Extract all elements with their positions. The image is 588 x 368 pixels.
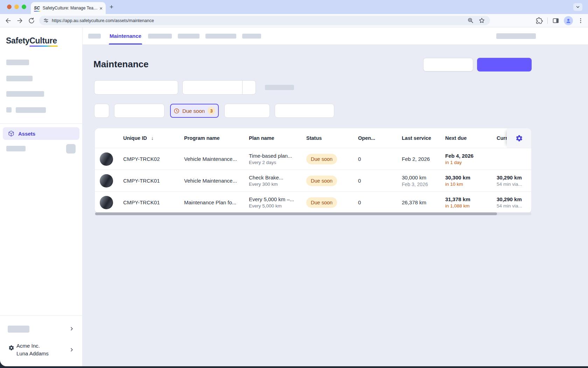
nav-skeleton-tab	[242, 34, 261, 39]
filter-dropdown-1[interactable]	[94, 80, 178, 95]
filter-chip-due-soon[interactable]: Due soon 3	[170, 104, 219, 118]
toolbar-divider	[547, 18, 548, 24]
sidebar-skeleton-item	[6, 76, 33, 81]
status-badge: Due soon	[306, 154, 337, 164]
sidebar-divider	[0, 123, 82, 124]
filter-chip-label: Due soon	[182, 108, 205, 114]
cell-next-due: Feb 4, 2026in 1 day	[445, 153, 497, 165]
horizontal-scrollbar[interactable]	[95, 212, 531, 215]
table-row[interactable]: CMPY-TRCK01 Vehicle Maintenance... Check…	[95, 170, 531, 191]
cell-last-service: 30,000 kmFeb 3, 2026	[402, 175, 445, 187]
nav-skeleton-tab	[205, 34, 236, 39]
sidebar-item-assets[interactable]: Assets	[3, 127, 79, 140]
forward-button[interactable]	[16, 17, 23, 24]
header-last-service[interactable]: Last service	[402, 135, 445, 141]
header-status[interactable]: Status	[306, 135, 358, 141]
sidebar-skeleton-item	[6, 91, 44, 97]
site-info-icon[interactable]	[43, 18, 49, 23]
cell-program-name: Vehicle Maintenance...	[184, 178, 249, 184]
cell-next-due: 30,300 kmin 10 km	[445, 175, 497, 187]
app-area: SafetyCulture Assets Acme Inc. Luna Adda…	[0, 27, 588, 366]
cell-last-service: 26,378 km	[402, 199, 445, 205]
address-bar[interactable]: https://app.au.safetyculture.com/assets/…	[39, 16, 490, 25]
cell-status: Due soon	[306, 154, 358, 164]
status-badge: Due soon	[306, 197, 337, 208]
safetyculture-favicon-icon: SC	[34, 6, 40, 11]
cell-open: 0	[358, 178, 402, 184]
header-program-name[interactable]: Program name	[184, 135, 249, 141]
tab-close-icon[interactable]: ×	[99, 5, 103, 11]
header-next-due[interactable]: Next due	[445, 135, 497, 141]
nav-skeleton-tab	[148, 34, 172, 39]
bookmark-star-icon[interactable]	[478, 17, 485, 24]
filter-dropdown-2[interactable]	[182, 80, 256, 95]
tab-strip: SC SafetyCulture: Manage Teams and... × …	[0, 0, 588, 14]
tab-search-button[interactable]	[573, 3, 582, 11]
browser-window: SC SafetyCulture: Manage Teams and... × …	[0, 0, 588, 366]
sidebar-divider	[0, 315, 82, 316]
profile-avatar[interactable]	[564, 16, 573, 25]
filter-skeleton	[265, 85, 294, 90]
sidebar-skeleton-item	[6, 60, 29, 65]
filter-chip-3[interactable]	[275, 104, 334, 118]
filter-chip-count: 3	[208, 107, 215, 115]
header-plan-name[interactable]: Plan name	[249, 135, 306, 141]
back-button[interactable]	[5, 17, 12, 24]
gear-icon	[516, 135, 523, 142]
cell-current: 30,290 km54 min via...	[497, 175, 531, 187]
close-window-button[interactable]	[7, 5, 12, 9]
browser-tab[interactable]: SC SafetyCulture: Manage Teams and... ×	[31, 2, 106, 14]
asset-thumbnail	[100, 174, 113, 188]
tab-title: SafetyCulture: Manage Teams and...	[43, 6, 98, 11]
page-title: Maintenance	[93, 59, 149, 70]
cell-unique-id: CMPY-TRCK02	[123, 156, 184, 162]
zoom-icon[interactable]	[467, 17, 474, 24]
header-open[interactable]: Open...	[358, 135, 402, 141]
filter-chip-icon-button[interactable]	[94, 104, 109, 118]
table-row[interactable]: CMPY-TRCK01 Maintenance Plan fo... Every…	[95, 191, 531, 213]
sort-descending-icon: ↓	[151, 135, 154, 141]
extensions-icon[interactable]	[536, 17, 543, 24]
sidebar-skeleton-icon	[6, 107, 12, 113]
sidebar-item-label: Assets	[18, 131, 35, 137]
maintenance-content: Maintenance Due soon 3	[83, 45, 588, 366]
cell-open: 0	[358, 199, 402, 205]
dropdown-divider	[242, 81, 243, 94]
column-settings-button[interactable]	[507, 128, 531, 148]
cell-status: Due soon	[306, 197, 358, 208]
scrollbar-thumb[interactable]	[95, 212, 497, 215]
cell-program-name: Vehicle Maintenance...	[184, 156, 249, 162]
cell-open: 0	[358, 156, 402, 162]
tab-maintenance[interactable]: Maintenance	[110, 27, 141, 45]
nav-skeleton-tab	[88, 34, 101, 39]
filter-chip-1[interactable]	[114, 104, 164, 118]
side-panel-icon[interactable]	[552, 17, 559, 24]
primary-action-button[interactable]	[477, 58, 532, 71]
cell-current: 30,290 km54 min via...	[497, 196, 531, 209]
header-unique-id[interactable]: Unique ID↓	[123, 135, 184, 141]
browser-menu-icon[interactable]	[578, 18, 584, 24]
maximize-window-button[interactable]	[22, 5, 26, 9]
minimize-window-button[interactable]	[14, 5, 19, 9]
team-skeleton-item	[8, 326, 29, 333]
table-row[interactable]: CMPY-TRCK02 Vehicle Maintenance... Time-…	[95, 148, 531, 170]
assets-top-nav: Maintenance	[83, 27, 588, 45]
browser-toolbar: https://app.au.safetyculture.com/assets/…	[0, 14, 588, 27]
cell-plan-name: Check Brake...Every 300 km	[249, 175, 306, 187]
chevron-right-icon[interactable]	[69, 326, 75, 332]
url-text: https://app.au.safetyculture.com/assets/…	[52, 18, 154, 23]
status-badge: Due soon	[306, 176, 337, 186]
nav-skeleton-right	[496, 33, 536, 39]
cell-plan-name: Every 5,000 km –...Every 5,000 km	[249, 196, 306, 209]
cell-unique-id: CMPY-TRCK01	[123, 178, 184, 184]
cell-program-name: Maintenance Plan fo...	[184, 199, 249, 205]
cell-last-service: Feb 2, 2026	[402, 156, 445, 162]
chevron-down-icon	[575, 5, 580, 9]
filter-chip-2[interactable]	[224, 104, 270, 118]
chevron-right-icon[interactable]	[69, 347, 75, 353]
sidebar-skeleton-button	[66, 144, 76, 154]
new-tab-button[interactable]: +	[110, 2, 113, 12]
sidebar-skeleton-item	[16, 107, 46, 113]
reload-button[interactable]	[28, 17, 35, 24]
secondary-action-button[interactable]	[423, 58, 473, 71]
